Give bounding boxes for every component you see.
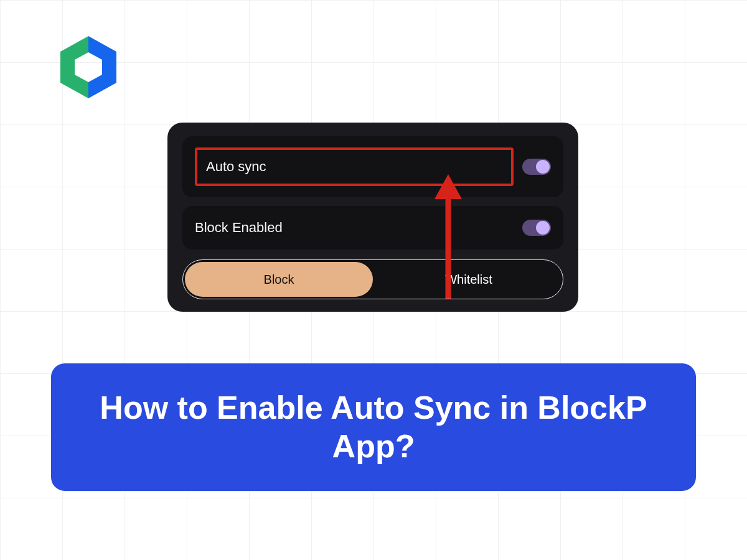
- block-enabled-row[interactable]: Block Enabled: [182, 206, 563, 250]
- auto-sync-highlight: Auto sync: [195, 147, 514, 186]
- block-whitelist-segmented[interactable]: Block Whitelist: [182, 259, 563, 299]
- title-banner: How to Enable Auto Sync in BlockP App?: [51, 363, 696, 491]
- auto-sync-row[interactable]: Auto sync: [182, 136, 563, 197]
- auto-sync-label: Auto sync: [206, 159, 266, 174]
- segment-block[interactable]: Block: [185, 262, 373, 297]
- block-enabled-label: Block Enabled: [195, 220, 283, 235]
- segment-whitelist-label: Whitelist: [445, 273, 492, 287]
- block-enabled-toggle[interactable]: [522, 220, 551, 236]
- auto-sync-toggle[interactable]: [522, 159, 551, 175]
- segment-block-label: Block: [264, 273, 294, 287]
- toggle-knob-icon: [536, 160, 550, 174]
- title-text: How to Enable Auto Sync in BlockP App?: [81, 388, 666, 466]
- blockp-logo: [51, 30, 126, 105]
- toggle-knob-icon: [536, 221, 550, 235]
- settings-card: Auto sync Block Enabled Block Whitelist: [167, 123, 578, 312]
- segment-whitelist[interactable]: Whitelist: [375, 260, 563, 299]
